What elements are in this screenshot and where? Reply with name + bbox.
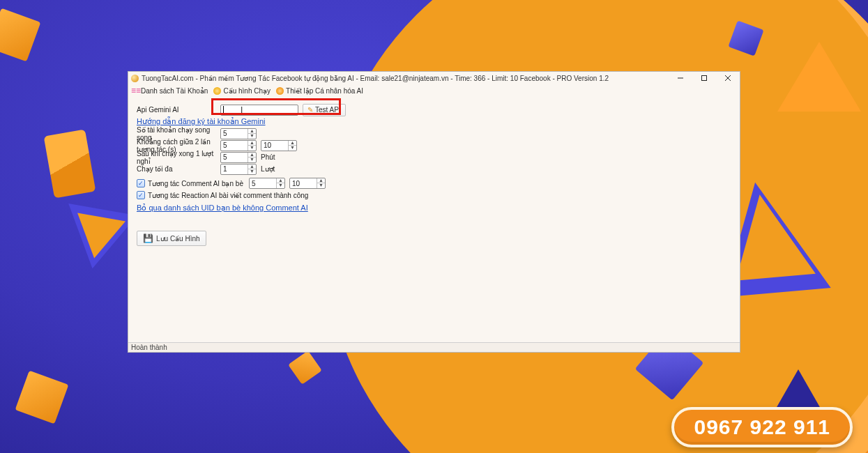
comment-ai-label: Tương tác Comment AI bạn bè — [148, 180, 243, 187]
parallel-spinner[interactable]: 5 ▲▼ — [220, 128, 257, 139]
tab-label: Danh sách Tài Khoản — [141, 87, 208, 95]
reaction-ai-label: Tương tác Reaction AI bài viết comment t… — [148, 192, 308, 199]
comment-ai-checkbox[interactable] — [137, 179, 145, 187]
rest-spinner[interactable]: 5 ▲▼ — [220, 152, 257, 163]
save-config-button[interactable]: 💾 Lưu Cấu Hình — [137, 231, 206, 246]
tab-label: Cấu hình Chạy — [223, 87, 271, 95]
status-bar: Hoàn thành — [128, 342, 740, 352]
maximize-button[interactable] — [692, 72, 716, 84]
comment-min-spinner[interactable]: 5 ▲▼ — [249, 178, 285, 189]
window-title: TuongTacAI.com - Phần mềm Tương Tác Face… — [142, 75, 669, 82]
max-spinner[interactable]: 1 ▲▼ — [220, 164, 257, 175]
rest-unit: Phút — [261, 153, 275, 161]
close-button[interactable] — [716, 72, 740, 84]
save-icon: 💾 — [143, 233, 153, 243]
api-label: Api Gemini AI — [137, 106, 220, 114]
max-label: Chạy tối đa — [137, 165, 220, 173]
app-window: TuongTacAI.com - Phần mềm Tương Tác Face… — [128, 71, 740, 353]
app-icon — [131, 75, 139, 82]
skip-uid-list-link[interactable]: Bỏ qua danh sách UID bạn bè không Commen… — [137, 204, 308, 213]
tab-accounts[interactable]: ≡ Danh sách Tài Khoản — [131, 87, 208, 95]
ai-icon — [276, 87, 284, 95]
gap-max-spinner[interactable]: 10 ▲▼ — [261, 140, 297, 151]
svg-rect-0 — [702, 76, 707, 81]
tab-label: Thiết lập Cá nhân hóa AI — [286, 87, 363, 95]
titlebar[interactable]: TuongTacAI.com - Phần mềm Tương Tác Face… — [128, 72, 740, 84]
tab-bar: ≡ Danh sách Tài Khoản Cấu hình Chạy Thiế… — [128, 84, 740, 97]
comment-max-spinner[interactable]: 10 ▲▼ — [289, 178, 326, 189]
gemini-guide-link[interactable]: Hướng dẫn đăng ký tài khoản Gemini — [137, 117, 266, 126]
test-api-label: Test API — [315, 106, 341, 114]
pencil-icon: ✎ — [307, 106, 313, 114]
api-key-input[interactable]: I — [220, 105, 298, 116]
gear-icon — [213, 87, 221, 95]
config-panel: Api Gemini AI I ✎ Test API Hướng dẫn đăn… — [128, 97, 740, 342]
list-icon: ≡ — [131, 87, 139, 95]
reaction-ai-checkbox[interactable] — [137, 191, 145, 199]
phone-badge: 0967 922 911 — [671, 407, 853, 447]
tab-personalize-ai[interactable]: Thiết lập Cá nhân hóa AI — [276, 87, 363, 95]
gap-min-spinner[interactable]: 5 ▲▼ — [220, 140, 257, 151]
status-text: Hoàn thành — [131, 344, 167, 351]
save-label: Lưu Cấu Hình — [156, 235, 200, 243]
max-unit: Lượt — [261, 165, 275, 173]
minimize-button[interactable] — [669, 72, 692, 84]
test-api-button[interactable]: ✎ Test API — [303, 104, 346, 116]
rest-label: Sau khi chạy xong 1 lượt nghỉ — [137, 150, 220, 165]
tab-run-config[interactable]: Cấu hình Chạy — [213, 87, 271, 95]
